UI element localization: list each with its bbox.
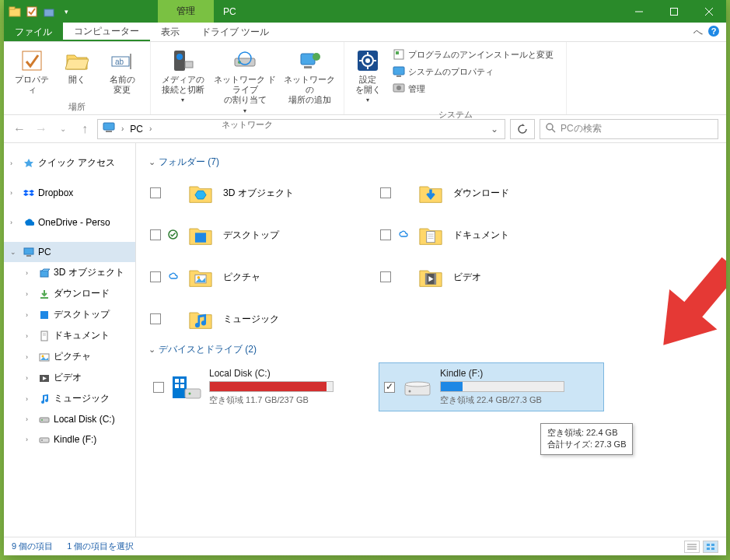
svg-rect-43 (40, 311, 48, 319)
forward-button[interactable]: → (33, 122, 49, 136)
close-button[interactable] (691, 0, 726, 23)
breadcrumb-chevron-icon[interactable]: › (120, 124, 125, 133)
nav-sub-item[interactable]: ›ミュージック (4, 388, 135, 409)
folder-item[interactable]: デスクトップ (148, 217, 374, 253)
drive-item[interactable]: Kindle (F:)空き領域 22.4 GB/27.3 GB (379, 362, 604, 411)
expand-icon[interactable]: › (10, 219, 19, 226)
svg-rect-3 (44, 9, 54, 16)
folder-item[interactable]: ピクチャ (148, 259, 374, 295)
open-button[interactable]: 開く (55, 45, 99, 88)
folder-item[interactable]: ダウンロード (379, 175, 604, 211)
expand-icon[interactable]: › (26, 353, 35, 361)
file-tab[interactable]: ファイル (4, 23, 63, 41)
refresh-button[interactable] (510, 119, 535, 139)
nav-sub-item[interactable]: ›3D オブジェクト (4, 262, 135, 283)
item-checkbox[interactable] (150, 229, 161, 240)
item-checkbox[interactable] (153, 382, 164, 393)
qat-new-folder-icon[interactable] (43, 5, 55, 18)
map-drive-button[interactable]: ネットワーク ドライブ の割り当て ▾ (210, 45, 280, 117)
drive-tools-tab[interactable]: ドライブ ツール (190, 23, 280, 41)
expand-icon[interactable]: › (26, 374, 35, 382)
breadcrumb-chevron-icon[interactable]: › (148, 124, 153, 133)
content-pane[interactable]: フォルダー (7) 3D オブジェクトダウンロードデスクトップドキュメントピクチ… (136, 143, 726, 537)
properties-button[interactable]: プロパティ (10, 45, 54, 98)
up-button[interactable]: ↑ (77, 122, 93, 136)
expand-icon[interactable]: › (26, 332, 35, 340)
uninstall-programs-button[interactable]: プログラムのアンインストールと変更 (389, 47, 557, 62)
pc-icon (23, 246, 35, 258)
svg-rect-67 (180, 379, 184, 383)
folders-group-header[interactable]: フォルダー (7) (145, 149, 717, 175)
nav-sub-item[interactable]: ›Kindle (F:) (4, 429, 135, 450)
search-box[interactable]: PCの検索 (540, 119, 718, 139)
nav-sub-item[interactable]: ›ドキュメント (4, 325, 135, 346)
nav-dropbox[interactable]: › Dropbox (4, 183, 135, 203)
address-bar[interactable]: › PC › ⌄ (97, 119, 505, 139)
help-icon[interactable]: ? (707, 25, 720, 40)
media-connect-button[interactable]: メディアの 接続と切断 ▾ (157, 45, 208, 107)
open-settings-button[interactable]: 設定 を開く ▾ (351, 45, 385, 107)
address-history-dropdown[interactable]: ⌄ (489, 124, 500, 135)
ribbon-group-location: プロパティ 開く ab 名前の 変更 場所 (4, 42, 151, 114)
back-button[interactable]: ← (12, 122, 27, 136)
nav-onedrive[interactable]: › OneDrive - Perso (4, 212, 135, 233)
folder-item[interactable]: ドキュメント (379, 217, 604, 253)
svg-rect-40 (26, 255, 31, 257)
nav-quick-access[interactable]: › クイック アクセス (4, 152, 135, 173)
svg-rect-70 (185, 389, 201, 398)
item-checkbox[interactable] (150, 187, 161, 198)
expand-icon[interactable]: › (26, 395, 35, 403)
item-checkbox[interactable] (150, 271, 161, 282)
qat-properties-icon[interactable] (26, 5, 38, 18)
expand-icon[interactable]: › (26, 311, 35, 319)
qat-dropdown-icon[interactable]: ▾ (60, 5, 72, 18)
sync-status-icon (167, 229, 178, 241)
folder-item[interactable]: ビデオ (379, 259, 604, 295)
folder-item[interactable]: ミュージック (148, 301, 374, 337)
svg-text:?: ? (711, 26, 717, 36)
large-icons-view-button[interactable] (703, 541, 718, 553)
folder-item[interactable]: 3D オブジェクト (148, 175, 374, 211)
details-view-button[interactable] (684, 541, 700, 553)
nav-sub-item[interactable]: ›デスクトップ (4, 304, 135, 325)
collapse-ribbon-icon[interactable]: へ (693, 26, 703, 39)
svg-text:ab: ab (115, 58, 124, 66)
drives-group-header[interactable]: デバイスとドライブ (2) (145, 337, 717, 362)
item-checkbox[interactable] (380, 187, 391, 198)
item-checkbox[interactable] (380, 229, 391, 240)
drive-item[interactable]: Local Disk (C:)空き領域 11.7 GB/237 GB (148, 362, 374, 411)
computer-tab[interactable]: コンピューター (63, 23, 150, 41)
nav-sub-item[interactable]: ›ダウンロード (4, 283, 135, 304)
svg-rect-14 (174, 51, 185, 71)
drive-icon (38, 433, 51, 446)
nav-sub-item[interactable]: ›ピクチャ (4, 346, 135, 367)
expand-icon[interactable]: › (26, 269, 35, 277)
rename-button[interactable]: ab 名前の 変更 (100, 45, 144, 98)
item-checkbox[interactable] (150, 313, 161, 324)
drive-usage-bar (209, 381, 334, 392)
item-checkbox[interactable] (384, 382, 395, 393)
nav-sub-item[interactable]: ›ビデオ (4, 367, 135, 388)
manage-button[interactable]: 管理 (389, 81, 557, 96)
expand-icon[interactable]: › (10, 189, 19, 197)
maximize-button[interactable] (656, 0, 691, 23)
expand-icon[interactable]: › (26, 415, 35, 423)
system-properties-button[interactable]: システムのプロパティ (389, 64, 557, 79)
pc-icon (103, 121, 115, 136)
collapse-icon[interactable]: ⌄ (10, 248, 19, 256)
expand-icon[interactable]: › (10, 159, 19, 167)
expand-icon[interactable]: › (26, 436, 35, 443)
navigation-pane[interactable]: › クイック アクセス › Dropbox › OneDrive - Perso… (4, 143, 136, 537)
recent-locations-button[interactable]: ⌄ (55, 124, 71, 133)
add-network-location-button[interactable]: ネットワークの 場所の追加 (281, 45, 337, 109)
nav-pc[interactable]: ⌄ PC (4, 242, 135, 262)
item-checkbox[interactable] (380, 271, 391, 282)
minimize-button[interactable] (621, 0, 656, 23)
svg-point-71 (189, 392, 191, 394)
expand-icon[interactable]: › (26, 290, 35, 298)
nav-sub-item[interactable]: ›Local Disk (C:) (4, 409, 135, 429)
svg-rect-31 (393, 67, 404, 75)
breadcrumb-pc[interactable]: PC (130, 124, 143, 135)
drive-info: Local Disk (C:)空き領域 11.7 GB/237 GB (209, 368, 369, 406)
view-tab[interactable]: 表示 (150, 23, 190, 41)
